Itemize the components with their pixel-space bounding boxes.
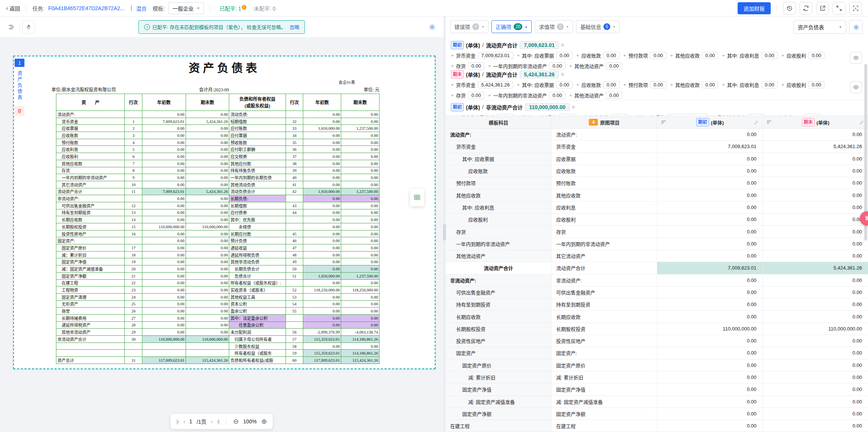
period-start-value-cell[interactable]: 0.00 bbox=[657, 129, 762, 140]
period-end-value-cell[interactable]: 0.00 bbox=[762, 238, 868, 250]
origin-item-cell[interactable]: 其他应收款 bbox=[551, 189, 657, 201]
period-start-value-cell[interactable]: 0.00 bbox=[657, 153, 762, 165]
term-value-box[interactable]: 0.00 bbox=[549, 62, 566, 70]
period-end-value-cell[interactable]: 0.00 bbox=[762, 202, 868, 213]
origin-item-cell[interactable]: 非流动资产: bbox=[551, 274, 657, 286]
term-value-box[interactable]: 0.00 bbox=[603, 81, 619, 88]
origin-item-cell[interactable]: 减: 固定资产减值准备 bbox=[551, 396, 657, 408]
splitter-handle[interactable] bbox=[443, 224, 446, 241]
period-end-value-cell[interactable]: 0.00 bbox=[762, 165, 868, 177]
period-start-value-cell[interactable]: 0.00 bbox=[657, 286, 762, 298]
append-report-button[interactable]: 追加财报 bbox=[738, 2, 771, 14]
period-end-value-cell[interactable]: 110,000,000.00 bbox=[762, 323, 868, 335]
template-subject-cell[interactable]: 减: 累计折旧 bbox=[446, 371, 551, 383]
eye-icon[interactable] bbox=[850, 81, 862, 93]
filter-button-错误项[interactable]: 错误项0▼ bbox=[450, 20, 488, 33]
template-subject-cell[interactable]: 其中: 应收利息 bbox=[446, 202, 551, 213]
sheet-select[interactable]: 资产负债表 ▼ bbox=[794, 20, 846, 34]
filter-button-基础信息[interactable]: 基础信息5▼ bbox=[576, 20, 620, 33]
term-value-box[interactable]: 0.00 bbox=[603, 52, 619, 59]
pan-hand-icon[interactable] bbox=[22, 21, 35, 33]
template-subject-cell[interactable]: 持有至到期投资 bbox=[446, 299, 551, 310]
period-start-value-cell[interactable]: 0.00 bbox=[657, 202, 762, 213]
template-subject-cell[interactable]: 长期应收款 bbox=[446, 311, 551, 322]
period-end-value-cell[interactable]: 0.00 bbox=[762, 129, 868, 140]
template-subject-cell[interactable]: 货币资金 bbox=[446, 141, 551, 152]
period-end-value-cell[interactable]: 0.00 bbox=[762, 214, 868, 225]
refresh-icon[interactable] bbox=[800, 2, 812, 15]
expand-icon[interactable] bbox=[833, 2, 845, 15]
period-end-value-cell[interactable]: 0.00 bbox=[762, 420, 868, 432]
origin-item-cell[interactable]: 长期应收款 bbox=[551, 311, 657, 322]
check-total-value[interactable]: 5,424,361.26 bbox=[520, 71, 559, 78]
period-end-value-cell[interactable]: 0.00 bbox=[762, 299, 868, 310]
term-value-box[interactable]: 0.00 bbox=[606, 92, 622, 99]
template-subject-cell[interactable]: 固定资产 bbox=[446, 347, 551, 359]
origin-item-cell[interactable]: 减: 累计折旧 bbox=[551, 371, 657, 383]
period-end-value-cell[interactable]: 0.00 bbox=[762, 371, 868, 383]
period-end-value-cell[interactable]: 0.00 bbox=[762, 396, 868, 408]
last-page-button[interactable]: ›| bbox=[217, 418, 219, 424]
period-start-value-cell[interactable]: 0.00 bbox=[657, 335, 762, 347]
term-value-box[interactable]: 0.00 bbox=[468, 62, 484, 70]
period-start-value-cell[interactable]: 0.00 bbox=[657, 299, 762, 310]
check-total-value[interactable]: 7,009,623.01 bbox=[520, 41, 559, 49]
zoom-in-icon[interactable]: ⊕ bbox=[261, 418, 267, 425]
template-subject-cell[interactable]: 其他流动资产 bbox=[446, 250, 551, 262]
period-start-value-cell[interactable]: 0.00 bbox=[657, 189, 762, 201]
zoom-out-icon[interactable]: ⊖ bbox=[233, 418, 239, 425]
origin-item-cell[interactable]: 预付账款 bbox=[551, 177, 657, 189]
template-subject-cell[interactable]: 其他应收款 bbox=[446, 189, 551, 201]
period-start-value-cell[interactable]: 0.00 bbox=[657, 274, 762, 286]
period-end-value-cell[interactable]: 0.00 bbox=[762, 335, 868, 347]
template-subject-cell[interactable]: 固定资产原价 bbox=[446, 359, 551, 371]
eye-icon[interactable] bbox=[850, 52, 862, 64]
origin-item-cell[interactable]: 长期股权投资 bbox=[551, 323, 657, 335]
term-value-box[interactable]: 0.00 bbox=[606, 62, 622, 70]
warning-count-badge[interactable]: 4 bbox=[589, 119, 598, 126]
term-value-box[interactable]: 0.00 bbox=[650, 52, 666, 59]
next-page-button[interactable]: › bbox=[211, 418, 212, 424]
origin-item-cell[interactable]: 应收利息 bbox=[551, 202, 657, 213]
period-end-value-cell[interactable]: 0.00 bbox=[762, 347, 868, 359]
template-subject-cell[interactable]: 投资性房地产 bbox=[446, 335, 551, 347]
ignore-link[interactable]: 忽略 bbox=[290, 23, 299, 30]
origin-item-cell[interactable]: 在建工程 bbox=[551, 420, 657, 432]
template-subject-cell[interactable]: 存货 bbox=[446, 226, 551, 237]
period-end-value-cell[interactable]: 0.00 bbox=[762, 177, 868, 189]
origin-item-cell[interactable]: 流动资产: bbox=[551, 129, 657, 140]
template-subject-cell[interactable]: 预付款项 bbox=[446, 177, 551, 189]
term-value-box[interactable]: 7,009,623.01 bbox=[478, 52, 513, 59]
history-icon[interactable] bbox=[783, 2, 796, 15]
term-value-box[interactable]: 0.00 bbox=[808, 81, 824, 88]
period-start-value-cell[interactable]: 0.00 bbox=[657, 165, 762, 177]
period-start-value-cell[interactable]: 7,009,623.01 bbox=[657, 262, 762, 274]
period-end-value-cell[interactable]: 0.00 bbox=[762, 226, 868, 237]
term-value-box[interactable]: 0.00 bbox=[549, 92, 566, 99]
template-subject-cell[interactable]: 其中: 应收票据 bbox=[446, 153, 551, 165]
back-button[interactable]: ‹ 返回 bbox=[6, 5, 20, 12]
outline-list-icon[interactable] bbox=[5, 21, 17, 33]
term-value-box[interactable]: 0.00 bbox=[556, 52, 572, 59]
page-index-badge[interactable]: 1 bbox=[15, 59, 24, 67]
period-start-value-cell[interactable]: 0.00 bbox=[657, 396, 762, 408]
period-start-value-cell[interactable]: 0.00 bbox=[657, 347, 762, 359]
period-start-value-cell[interactable]: 110,000,000.00 bbox=[657, 323, 762, 335]
period-end-value-cell[interactable]: 5,424,361.26 bbox=[762, 141, 868, 152]
balance-sheet-page[interactable]: 1 资产负债表 资产负债表 会企01表 单位:丽水金汛股权投资有限公司 会计月:… bbox=[13, 56, 436, 369]
term-value-box[interactable]: 0.00 bbox=[808, 52, 824, 59]
term-value-box[interactable]: 0.00 bbox=[556, 81, 572, 88]
origin-item-cell[interactable]: 货币资金 bbox=[551, 141, 657, 152]
edit-pencil-icon[interactable] bbox=[754, 120, 759, 125]
period-end-value-cell[interactable]: 0.00 bbox=[762, 286, 868, 298]
origin-item-cell[interactable]: 固定资产净值 bbox=[551, 383, 657, 395]
template-subject-cell[interactable]: 可供出售金融资产 bbox=[446, 286, 551, 298]
term-value-box[interactable]: 0.00 bbox=[702, 81, 718, 88]
period-start-value-cell[interactable]: 0.00 bbox=[657, 214, 762, 225]
origin-item-cell[interactable]: 应收股利 bbox=[551, 214, 657, 225]
origin-item-cell[interactable]: 持有至到期投资 bbox=[551, 299, 657, 310]
template-subject-cell[interactable]: 流动资产合计 bbox=[446, 262, 551, 274]
template-subject-cell[interactable]: 应收账款 bbox=[446, 165, 551, 177]
prev-page-button[interactable]: ‹ bbox=[183, 418, 185, 424]
term-value-box[interactable]: 0.00 bbox=[702, 52, 718, 59]
